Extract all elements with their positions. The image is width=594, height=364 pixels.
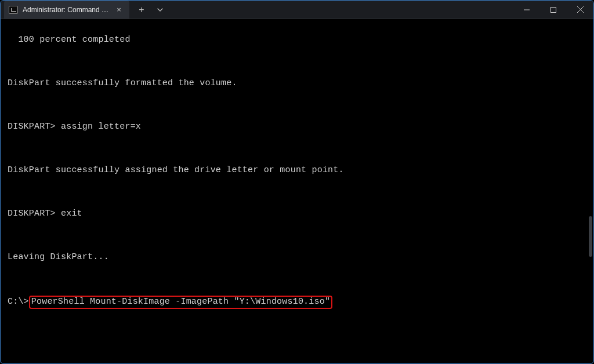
terminal-line: C:\>PowerShell Mount-DiskImage -ImagePat… (8, 296, 586, 309)
command-text: exit (61, 209, 82, 219)
command-text: assign letter=x (61, 122, 141, 132)
terminal-line: Leaving DiskPart... (8, 252, 586, 263)
tab-close-button[interactable]: × (114, 5, 124, 14)
window-tab[interactable]: Administrator: Command Promp × (4, 1, 129, 19)
window-controls (513, 1, 593, 19)
tab-title: Administrator: Command Promp (23, 6, 110, 14)
terminal-line: DiskPart successfully assigned the drive… (8, 165, 586, 176)
new-tab-button[interactable]: + (136, 5, 147, 15)
terminal-area[interactable]: 100 percent completed DiskPart successfu… (1, 19, 593, 364)
terminal-line: DISKPART> exit (8, 209, 586, 220)
cmd-icon (9, 6, 18, 14)
maximize-button[interactable] (540, 1, 567, 19)
diskpart-prompt: DISKPART> (8, 122, 61, 132)
titlebar: Administrator: Command Promp × + (1, 1, 593, 19)
close-button[interactable] (567, 1, 593, 19)
svg-rect-1 (551, 7, 556, 12)
diskpart-prompt: DISKPART> (8, 209, 61, 219)
cmd-prompt: C:\> (8, 297, 29, 307)
terminal-line: DiskPart successfully formatted the volu… (8, 78, 586, 89)
minimize-button[interactable] (513, 1, 540, 19)
tab-dropdown-button[interactable] (155, 5, 165, 15)
scrollbar-thumb[interactable] (589, 216, 592, 257)
terminal-line: DISKPART> assign letter=x (8, 122, 586, 133)
highlighted-command: PowerShell Mount-DiskImage -ImagePath "Y… (29, 296, 332, 309)
tab-actions: + (136, 5, 165, 15)
terminal-line: 100 percent completed (8, 35, 586, 46)
